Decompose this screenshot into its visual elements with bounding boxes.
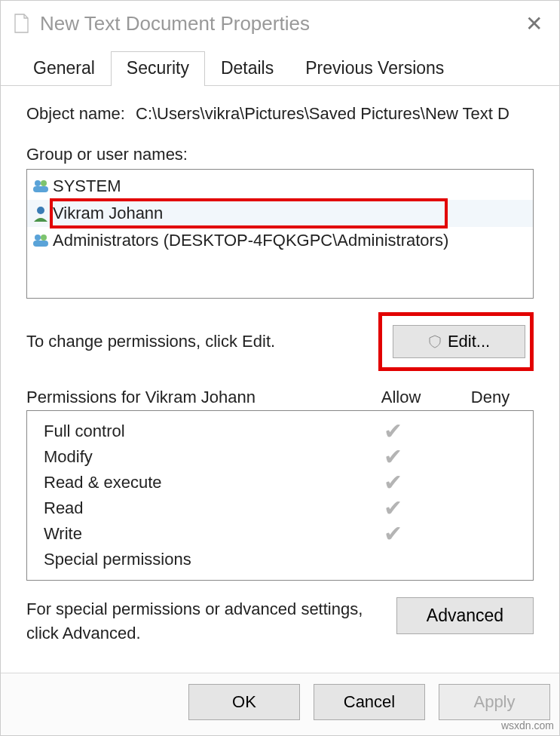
close-icon[interactable]: ✕	[521, 11, 547, 36]
object-name-value: C:\Users\vikra\Pictures\Saved Pictures\N…	[136, 104, 534, 124]
properties-dialog: New Text Document Properties ✕ General S…	[0, 0, 560, 736]
permission-name: Write	[27, 524, 347, 544]
allow-check: ✔	[347, 420, 439, 443]
group-users-list[interactable]: SYSTEM Vikram Johann Administrators (DES…	[26, 169, 534, 299]
permission-row: Special permissions	[27, 547, 533, 572]
tab-security[interactable]: Security	[111, 51, 205, 86]
advanced-row: For special permissions or advanced sett…	[26, 597, 534, 646]
titlebar: New Text Document Properties ✕	[1, 1, 559, 46]
edit-button[interactable]: Edit...	[393, 325, 525, 358]
tab-strip: General Security Details Previous Versio…	[1, 51, 559, 86]
permission-row: Write ✔	[27, 521, 533, 547]
list-item-label: Vikram Johann	[51, 204, 163, 223]
permission-name: Read & execute	[27, 473, 347, 492]
group-users-label: Group or user names:	[26, 145, 534, 164]
users-icon	[30, 179, 51, 194]
advanced-button[interactable]: Advanced	[396, 597, 534, 634]
security-panel: Object name: C:\Users\vikra\Pictures\Sav…	[1, 86, 559, 673]
allow-check: ✔	[347, 523, 439, 546]
allow-check: ✔	[347, 446, 439, 469]
permissions-header: Permissions for Vikram Johann Allow Deny	[26, 388, 534, 407]
change-permissions-text: To change permissions, click Edit.	[26, 332, 378, 351]
list-item-label: Administrators (DESKTOP-4FQKGPC\Administ…	[51, 231, 448, 250]
svg-point-5	[41, 235, 47, 241]
apply-button: Apply	[439, 684, 550, 720]
allow-header: Allow	[355, 388, 447, 407]
svg-point-4	[35, 235, 41, 241]
shield-icon	[428, 335, 442, 348]
permission-name: Read	[27, 498, 347, 518]
svg-rect-6	[33, 241, 48, 247]
user-icon	[30, 205, 51, 222]
advanced-text: For special permissions or advanced sett…	[26, 597, 396, 646]
permissions-for-label: Permissions for Vikram Johann	[26, 388, 355, 407]
list-item[interactable]: SYSTEM	[27, 173, 533, 200]
list-item[interactable]: Vikram Johann	[27, 200, 533, 227]
watermark: wsxdn.com	[501, 719, 554, 731]
tab-general[interactable]: General	[17, 51, 111, 86]
document-icon	[13, 14, 29, 33]
list-item-label: SYSTEM	[51, 176, 121, 196]
allow-check: ✔	[347, 471, 439, 495]
svg-point-0	[35, 180, 41, 186]
svg-point-1	[41, 180, 47, 186]
cancel-button[interactable]: Cancel	[314, 684, 425, 720]
permissions-list: Full control ✔ Modify ✔ Read & execute ✔…	[26, 410, 534, 581]
object-name-label: Object name:	[26, 104, 136, 124]
svg-rect-2	[33, 186, 48, 192]
tab-details[interactable]: Details	[205, 51, 289, 86]
tab-previous-versions[interactable]: Previous Versions	[289, 51, 460, 86]
permission-row: Modify ✔	[27, 444, 533, 470]
permission-name: Full control	[27, 422, 347, 441]
object-name-row: Object name: C:\Users\vikra\Pictures\Sav…	[26, 104, 534, 124]
permission-row: Full control ✔	[27, 419, 533, 444]
permission-row: Read ✔	[27, 495, 533, 521]
list-item[interactable]: Administrators (DESKTOP-4FQKGPC\Administ…	[27, 227, 533, 254]
deny-header: Deny	[447, 388, 534, 407]
permission-name: Special permissions	[27, 550, 347, 569]
edit-row: To change permissions, click Edit. Edit.…	[26, 312, 534, 371]
window-title: New Text Document Properties	[40, 12, 521, 35]
permission-name: Modify	[27, 447, 347, 467]
ok-button[interactable]: OK	[188, 684, 300, 720]
svg-point-3	[37, 207, 44, 214]
highlight-annotation: Edit...	[378, 312, 534, 371]
dialog-footer: OK Cancel Apply	[1, 673, 559, 735]
allow-check: ✔	[347, 497, 439, 520]
edit-button-label: Edit...	[448, 332, 490, 351]
users-icon	[30, 233, 51, 248]
permission-row: Read & execute ✔	[27, 470, 533, 495]
